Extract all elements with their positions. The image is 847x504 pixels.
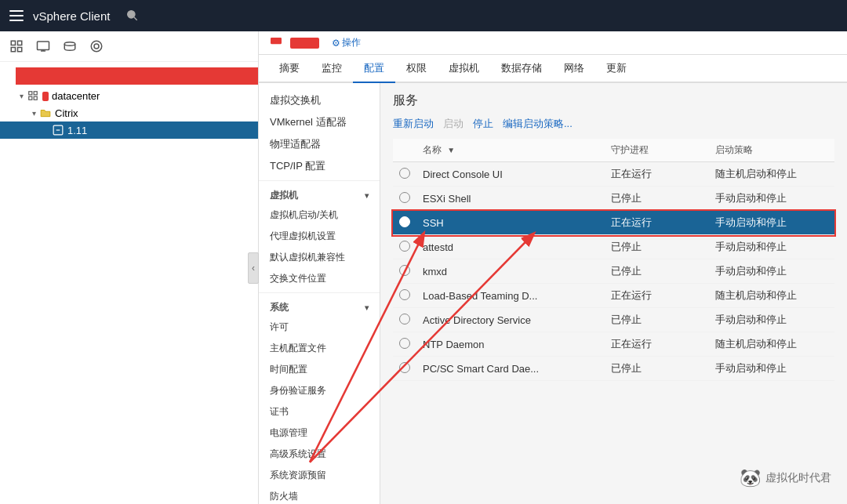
service-policy: 手动启动和停止 — [709, 259, 834, 284]
radio-button[interactable] — [399, 362, 410, 373]
tree-item-host7[interactable] — [0, 219, 258, 234]
radio-button[interactable] — [399, 241, 410, 252]
radio-button[interactable] — [399, 168, 410, 179]
redbar-item[interactable] — [0, 67, 258, 85]
service-policy: 随主机启动和停止 — [709, 332, 834, 357]
menu-host-profile[interactable]: 主机配置文件 — [259, 338, 380, 359]
tab-vm[interactable]: 虚拟机 — [438, 55, 490, 83]
table-row[interactable]: Direct Console UI正在运行随主机启动和停止 — [393, 162, 834, 187]
vm-icon[interactable] — [35, 38, 52, 55]
menu-advanced[interactable]: 高级系统设置 — [259, 444, 380, 465]
menu-firewall[interactable]: 防火墙 — [259, 486, 380, 504]
dc-badge — [42, 92, 49, 101]
menu-physical[interactable]: 物理适配器 — [259, 133, 380, 155]
svg-point-0 — [128, 10, 135, 17]
table-row[interactable]: Load-Based Teaming D...正在运行随主机启动和停止 — [393, 284, 834, 308]
menu-vm-compat[interactable]: 默认虚拟机兼容性 — [259, 247, 380, 268]
radio-button[interactable] — [399, 289, 410, 300]
tree-item-citrix[interactable]: ▾ Citrix — [0, 104, 258, 121]
menu-virtual-switch[interactable]: 虚拟交换机 — [259, 89, 380, 111]
menu-icon[interactable] — [9, 10, 24, 21]
edit-policy-button[interactable]: 编辑启动策略... — [503, 117, 573, 131]
menu-resource[interactable]: 系统资源预留 — [259, 465, 380, 486]
storage-icon[interactable] — [61, 38, 78, 55]
stop-button[interactable]: 停止 — [473, 117, 493, 131]
menu-section-vm[interactable]: 虚拟机 ▾ — [259, 184, 380, 205]
menu-power[interactable]: 电源管理 — [259, 422, 380, 444]
tree-item-host4[interactable] — [0, 172, 258, 187]
table-row[interactable]: kmxd已停止手动启动和停止 — [393, 259, 834, 284]
radio-cell[interactable] — [393, 211, 416, 235]
radio-cell[interactable] — [393, 308, 416, 332]
tree-item-host11[interactable] — [0, 281, 258, 297]
tab-update[interactable]: 更新 — [595, 55, 638, 83]
table-row[interactable]: attestd已停止手动启动和停止 — [393, 235, 834, 259]
radio-button[interactable] — [399, 265, 410, 276]
tab-datastore[interactable]: 数据存储 — [490, 55, 553, 83]
svg-point-11 — [91, 41, 102, 52]
home-icon[interactable] — [8, 38, 25, 55]
table-row[interactable]: PC/SC Smart Card Dae...已停止手动启动和停止 — [393, 357, 834, 381]
table-row[interactable]: Active Directory Service已停止手动启动和停止 — [393, 308, 834, 332]
menu-license[interactable]: 许可 — [259, 317, 380, 338]
tree-item-datacenter[interactable]: ▾ datacenter — [0, 87, 258, 104]
menu-vm-agent[interactable]: 代理虚拟机设置 — [259, 226, 380, 247]
tab-monitor[interactable]: 监控 — [311, 55, 353, 83]
radio-cell[interactable] — [393, 187, 416, 211]
radio-cell[interactable] — [393, 162, 416, 187]
radio-cell[interactable] — [393, 235, 416, 259]
table-row[interactable]: ESXi Shell已停止手动启动和停止 — [393, 187, 834, 211]
menu-auth[interactable]: 身份验证服务 — [259, 380, 380, 401]
tree-item-host10[interactable] — [0, 266, 258, 281]
start-button[interactable]: 启动 — [443, 117, 463, 131]
tree-item-host5[interactable] — [0, 187, 258, 203]
service-daemon: 正在运行 — [605, 211, 709, 235]
radio-cell[interactable] — [393, 284, 416, 308]
left-menu: 虚拟交换机 VMkernel 适配器 物理适配器 TCP/IP 配置 虚拟机 ▾… — [259, 83, 380, 504]
service-policy: 手动启动和停止 — [709, 187, 834, 211]
tab-summary[interactable]: 摘要 — [268, 55, 311, 83]
search-icon[interactable] — [125, 9, 138, 24]
service-name: Load-Based Teaming D... — [416, 284, 605, 308]
radio-button[interactable] — [399, 192, 410, 203]
menu-cert[interactable]: 证书 — [259, 401, 380, 422]
radio-cell[interactable] — [393, 332, 416, 357]
radio-button[interactable] — [399, 216, 410, 227]
tree-item-host8[interactable] — [0, 234, 258, 250]
tree-item-host12[interactable] — [0, 297, 258, 313]
restart-button[interactable]: 重新启动 — [393, 117, 434, 131]
menu-vmkernel[interactable]: VMkernel 适配器 — [259, 111, 380, 133]
service-policy: 手动启动和停止 — [709, 235, 834, 259]
tree-item-host[interactable]: 1.11 — [0, 121, 258, 139]
menu-tcpip[interactable]: TCP/IP 配置 — [259, 155, 380, 177]
tab-config[interactable]: 配置 — [353, 55, 395, 83]
tab-permission[interactable]: 权限 — [395, 55, 438, 83]
menu-time[interactable]: 时间配置 — [259, 359, 380, 380]
host-icon — [52, 124, 64, 136]
tab-network[interactable]: 网络 — [553, 55, 595, 83]
menu-section-system[interactable]: 系统 ▾ — [259, 296, 380, 317]
col-policy: 启动策略 — [709, 139, 834, 162]
tree-item-host6[interactable] — [0, 203, 258, 219]
radio-cell[interactable] — [393, 259, 416, 284]
radio-button[interactable] — [399, 338, 410, 349]
settings-icon[interactable] — [88, 38, 105, 55]
tree-item-host2[interactable] — [0, 140, 258, 156]
service-actions: 重新启动 启动 停止 编辑启动策略... — [393, 117, 834, 131]
menu-vm-swap[interactable]: 交换文件位置 — [259, 268, 380, 289]
right-panel: 操作 摘要 监控 配置 权限 虚拟机 数据存储 网络 更新 虚拟交换机 VMke… — [259, 31, 847, 504]
service-policy: 手动启动和停止 — [709, 211, 834, 235]
radio-cell[interactable] — [393, 357, 416, 381]
table-row[interactable]: SSH正在运行手动启动和停止 — [393, 211, 834, 235]
action-button[interactable]: 操作 — [332, 36, 361, 49]
menu-vm-startup[interactable]: 虚拟机启动/关机 — [259, 205, 380, 226]
col-name[interactable]: 名称 ▼ — [416, 139, 605, 162]
tree-item-host3[interactable] — [0, 156, 258, 172]
tree-item-host9[interactable] — [0, 250, 258, 266]
svg-rect-18 — [271, 38, 282, 44]
collapse-handle[interactable] — [248, 252, 259, 284]
svg-rect-6 — [38, 42, 49, 50]
radio-button[interactable] — [399, 314, 410, 325]
service-daemon: 已停止 — [605, 357, 709, 381]
table-row[interactable]: NTP Daemon正在运行随主机启动和停止 — [393, 332, 834, 357]
